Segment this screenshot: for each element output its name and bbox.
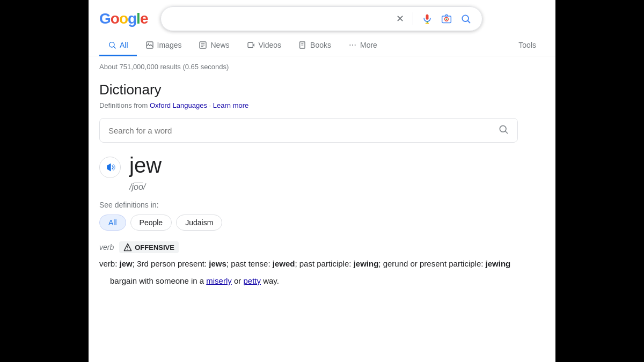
svg-rect-0 xyxy=(426,14,429,20)
header: Google jew ✕ xyxy=(89,0,555,35)
tab-books-label: Books xyxy=(310,41,331,49)
pill-all[interactable]: All xyxy=(99,215,126,231)
oxford-link[interactable]: Oxford Languages xyxy=(150,101,207,109)
search-bar: jew ✕ xyxy=(160,6,482,31)
search-submit-button[interactable] xyxy=(458,11,473,26)
word-search-input[interactable] xyxy=(108,126,498,135)
tab-news-label: News xyxy=(210,41,229,49)
pill-people[interactable]: People xyxy=(130,215,172,231)
svg-line-9 xyxy=(114,47,115,48)
tab-more-label: More xyxy=(360,41,377,49)
example-text: bargain with someone in a miserly or pet… xyxy=(99,275,545,287)
pill-judaism[interactable]: Judaism xyxy=(176,215,222,231)
results-count: About 751,000,000 results (0.65 seconds) xyxy=(99,63,229,71)
svg-line-7 xyxy=(468,21,470,23)
definition-pills: All People Judaism xyxy=(99,215,545,231)
dictionary-title: Dictionary xyxy=(99,82,545,98)
phonetic: /joo/ xyxy=(129,182,545,192)
word-search-box xyxy=(99,118,518,143)
source-text: Definitions from xyxy=(99,101,148,109)
videos-icon xyxy=(247,41,255,49)
word-entry: jew xyxy=(99,153,545,178)
clear-button[interactable]: ✕ xyxy=(394,13,406,25)
tab-all[interactable]: All xyxy=(99,35,137,56)
search-bar-wrapper: jew ✕ xyxy=(160,6,482,31)
word-heading: jew xyxy=(129,153,162,178)
svg-point-22 xyxy=(352,45,353,46)
tab-books[interactable]: Books xyxy=(290,35,340,56)
word-search-icon xyxy=(498,124,509,137)
svg-point-5 xyxy=(446,19,448,20)
svg-rect-16 xyxy=(248,42,253,47)
audio-button[interactable] xyxy=(99,157,121,178)
tab-all-label: All xyxy=(120,41,128,49)
see-definitions-label: See definitions in: xyxy=(99,201,545,209)
learn-more-link[interactable]: Learn more xyxy=(213,101,248,109)
svg-marker-26 xyxy=(107,164,111,172)
tab-images[interactable]: Images xyxy=(137,35,191,56)
tab-images-label: Images xyxy=(157,41,182,49)
offensive-label: OFFENSIVE xyxy=(135,243,174,252)
dictionary-section: Dictionary Definitions from Oxford Langu… xyxy=(89,73,555,296)
verb-line: verb OFFENSIVE xyxy=(99,241,545,253)
warning-icon xyxy=(123,243,132,252)
search-icon xyxy=(108,41,116,49)
petty-link[interactable]: petty xyxy=(243,276,261,285)
books-icon xyxy=(298,41,307,49)
tab-videos[interactable]: Videos xyxy=(238,35,290,56)
images-icon xyxy=(145,41,154,49)
offensive-badge: OFFENSIVE xyxy=(119,241,179,253)
definitions-source: Definitions from Oxford Languages · Lear… xyxy=(99,101,545,109)
nav-tabs: All Images News Videos Books xyxy=(89,35,555,56)
mic-button[interactable] xyxy=(420,11,435,26)
tab-tools[interactable]: Tools xyxy=(510,35,545,56)
tab-tools-label: Tools xyxy=(518,41,536,49)
pos-label: verb xyxy=(99,243,114,252)
camera-button[interactable] xyxy=(439,11,454,26)
svg-point-21 xyxy=(349,45,350,46)
google-logo: Google xyxy=(99,10,148,27)
news-icon xyxy=(199,41,207,49)
tab-more[interactable]: More xyxy=(340,35,386,56)
tab-news[interactable]: News xyxy=(190,35,238,56)
tab-videos-label: Videos xyxy=(259,41,282,49)
svg-line-25 xyxy=(506,131,508,134)
divider xyxy=(413,12,413,25)
more-icon xyxy=(348,41,357,49)
search-input[interactable]: jew xyxy=(170,14,390,24)
results-info: About 751,000,000 results (0.65 seconds) xyxy=(89,56,555,73)
svg-point-29 xyxy=(128,249,128,249)
svg-point-23 xyxy=(355,45,356,46)
definition-text: verb: jew; 3rd person present: jews; pas… xyxy=(99,257,545,270)
miserly-link[interactable]: miserly xyxy=(206,276,232,285)
